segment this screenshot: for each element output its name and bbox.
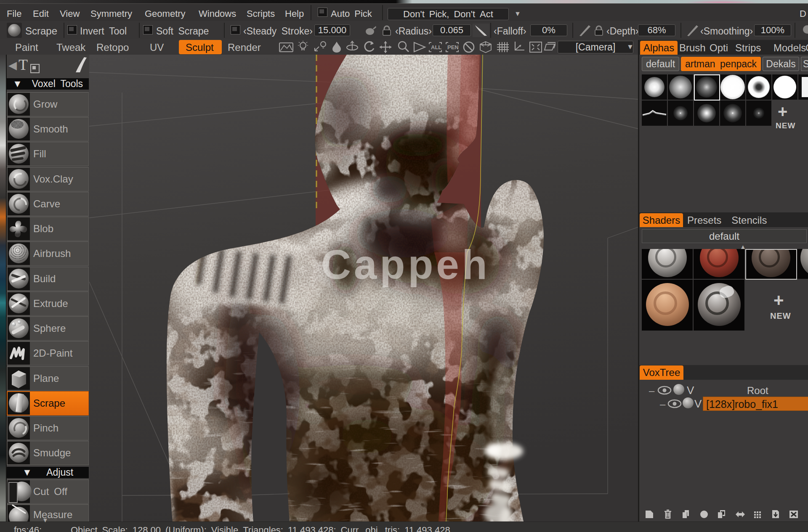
svg-text:Cappeh: Cappeh [321, 241, 490, 288]
svg-text:PEN: PEN [447, 44, 459, 50]
svg-text:ALL: ALL [431, 44, 441, 50]
